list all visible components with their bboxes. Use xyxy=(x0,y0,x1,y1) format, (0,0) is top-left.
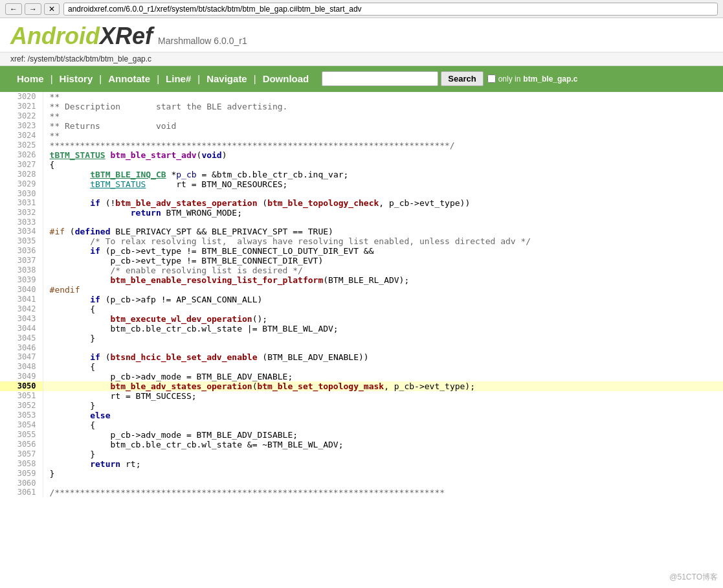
line-number: 3058 xyxy=(0,459,43,469)
code-line: { xyxy=(43,304,723,314)
header: AndroidXRefMarshmallow 6.0.0_r1 xyxy=(0,18,723,52)
nav-bar: Home | History | Annotate | Line# | Navi… xyxy=(0,66,723,92)
reload-button[interactable]: ✕ xyxy=(44,3,60,15)
breadcrumb: xref: /system/bt/stack/btm/btm_ble_gap.c xyxy=(0,52,723,66)
code-line: if (!btm_ble_adv_states_operation (btm_b… xyxy=(43,198,723,208)
line-number: 3037 xyxy=(0,256,43,266)
code-line: /* enable resolving list is desired */ xyxy=(43,266,723,275)
line-number: 3029 xyxy=(0,179,43,189)
code-line: else xyxy=(43,411,723,420)
code-line: p_cb->adv_mode = BTM_BLE_ADV_DISABLE; xyxy=(43,430,723,440)
code-line: ** xyxy=(43,131,723,141)
line-number: 3042 xyxy=(0,304,43,314)
line-number: 3040 xyxy=(0,285,43,295)
line-number: 3035 xyxy=(0,236,43,246)
line-number: 3038 xyxy=(0,266,43,275)
code-line xyxy=(43,343,723,352)
forward-button[interactable]: → xyxy=(25,3,41,15)
line-number: 3048 xyxy=(0,362,43,372)
line-number: 3053 xyxy=(0,411,43,420)
code-line: btm_ble_enable_resolving_list_for_platfo… xyxy=(43,275,723,285)
logo: AndroidXRefMarshmallow 6.0.0_r1 xyxy=(10,23,247,49)
only-in-label: only in btm_ble_gap.c xyxy=(487,74,578,84)
line-number: 3050 xyxy=(0,381,43,391)
code-line: { xyxy=(43,160,723,170)
search-button[interactable]: Search xyxy=(441,71,483,86)
nav-annotate[interactable]: Annotate xyxy=(102,66,157,92)
code-line: btm_ble_adv_states_operation(btm_ble_set… xyxy=(43,381,723,391)
line-number: 3020 xyxy=(0,92,43,102)
code-line: #endif xyxy=(43,285,723,295)
line-number: 3024 xyxy=(0,131,43,141)
line-number: 3060 xyxy=(0,479,43,488)
code-line: ****************************************… xyxy=(43,141,723,150)
code-line: tBTM_BLE_INQ_CB *p_cb = &btm_cb.ble_ctr_… xyxy=(43,170,723,179)
line-number: 3061 xyxy=(0,488,43,497)
code-line: { xyxy=(43,420,723,430)
line-number: 3049 xyxy=(0,372,43,381)
code-line: btm_cb.ble_ctr_cb.wl_state |= BTM_BLE_WL… xyxy=(43,324,723,334)
nav-home[interactable]: Home xyxy=(10,66,50,92)
browser-nav: ← → ✕ xyxy=(5,3,60,15)
code-line: /***************************************… xyxy=(43,488,723,497)
back-button[interactable]: ← xyxy=(5,3,22,15)
code-line: rt = BTM_SUCCESS; xyxy=(43,391,723,401)
code-line: ** xyxy=(43,92,723,102)
line-number: 3056 xyxy=(0,440,43,449)
line-number: 3057 xyxy=(0,449,43,459)
nav-history[interactable]: History xyxy=(53,66,100,92)
logo-version: Marshmallow 6.0.0_r1 xyxy=(158,36,247,46)
browser-bar: ← → ✕ xyxy=(0,0,723,18)
line-number: 3051 xyxy=(0,391,43,401)
code-line: return BTM_WRONG_MODE; xyxy=(43,208,723,218)
code-line: if (p_cb->afp != AP_SCAN_CONN_ALL) xyxy=(43,295,723,304)
line-number: 3043 xyxy=(0,314,43,324)
line-number: 3027 xyxy=(0,160,43,170)
code-line: } xyxy=(43,449,723,459)
nav-navigate[interactable]: Navigate xyxy=(200,66,254,92)
nav-download[interactable]: Download xyxy=(256,66,316,92)
code-line: tBTM_STATUS btm_ble_start_adv(void) xyxy=(43,150,723,160)
code-line: ** Returns void xyxy=(43,121,723,131)
line-number: 3034 xyxy=(0,227,43,236)
address-bar[interactable] xyxy=(63,3,718,16)
code-line: #if (defined BLE_PRIVACY_SPT && BLE_PRIV… xyxy=(43,227,723,236)
line-number: 3026 xyxy=(0,150,43,160)
code-line: btm_execute_wl_dev_operation(); xyxy=(43,314,723,324)
line-number: 3046 xyxy=(0,343,43,352)
nav-links: Home | History | Annotate | Line# | Navi… xyxy=(10,66,315,92)
nav-line[interactable]: Line# xyxy=(159,66,197,92)
line-number: 3044 xyxy=(0,324,43,334)
code-line xyxy=(43,218,723,227)
code-line: btm_cb.ble_ctr_cb.wl_state &= ~BTM_BLE_W… xyxy=(43,440,723,449)
only-in-checkbox[interactable] xyxy=(487,74,496,83)
code-line xyxy=(43,189,723,198)
code-line: } xyxy=(43,401,723,411)
line-number: 3022 xyxy=(0,111,43,121)
code-line: ** Description start the BLE advertising… xyxy=(43,102,723,111)
logo-xref: XRef xyxy=(100,23,153,49)
code-line: p_cb->evt_type != BTM_BLE_CONNECT_DIR_EV… xyxy=(43,256,723,266)
line-number: 3039 xyxy=(0,275,43,285)
code-line: ** xyxy=(43,111,723,121)
line-number: 3031 xyxy=(0,198,43,208)
line-number: 3028 xyxy=(0,170,43,179)
code-line xyxy=(43,479,723,488)
line-number: 3033 xyxy=(0,218,43,227)
logo-android: Android xyxy=(10,23,100,49)
code-line: tBTM_STATUS rt = BTM_NO_RESOURCES; xyxy=(43,179,723,189)
line-number: 3055 xyxy=(0,430,43,440)
code-line: p_cb->adv_mode = BTM_BLE_ADV_ENABLE; xyxy=(43,372,723,381)
code-line: return rt; xyxy=(43,459,723,469)
line-number: 3036 xyxy=(0,246,43,256)
code-area: 3020**3021** Description start the BLE a… xyxy=(0,92,723,510)
code-table: 3020**3021** Description start the BLE a… xyxy=(0,92,723,497)
line-number: 3025 xyxy=(0,141,43,150)
line-number: 3054 xyxy=(0,420,43,430)
search-input[interactable] xyxy=(322,71,438,86)
code-line: /* To relax resolving list, always have … xyxy=(43,236,723,246)
code-line: if (btsnd_hcic_ble_set_adv_enable (BTM_B… xyxy=(43,352,723,362)
line-number: 3030 xyxy=(0,189,43,198)
code-line: { xyxy=(43,362,723,372)
line-number: 3052 xyxy=(0,401,43,411)
